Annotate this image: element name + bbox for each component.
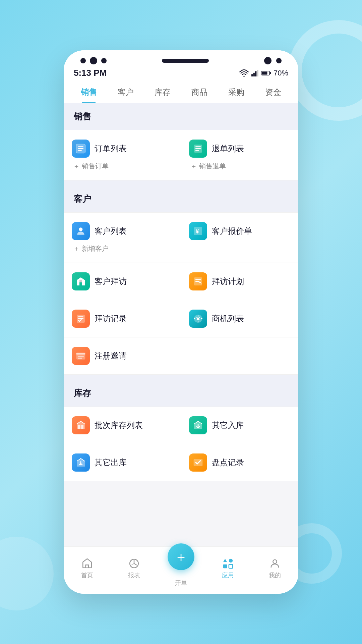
svg-point-38	[229, 559, 233, 562]
svg-point-40	[273, 560, 277, 564]
inventory-record-icon	[189, 453, 207, 472]
batch-inventory-label: 批次库存列表	[95, 420, 143, 431]
nav-app[interactable]: 应用	[204, 558, 251, 579]
nav-app-label: 应用	[222, 571, 234, 579]
register-invite-label: 注册邀请	[95, 351, 127, 361]
svg-rect-29	[76, 353, 85, 355]
nav-create[interactable]: ＋ 开单	[158, 550, 204, 587]
app-icon	[222, 558, 234, 569]
order-list-action: ＋ 销售订单	[72, 162, 173, 171]
svg-rect-2	[253, 72, 254, 76]
opportunity-list-top: 商机列表	[189, 310, 290, 328]
svg-rect-4	[257, 70, 258, 76]
customer-visit-top: 客户拜访	[72, 272, 173, 290]
visit-record-item[interactable]: 拜访记录	[64, 300, 181, 337]
phone-frame: 5:13 PM 70%	[64, 50, 298, 594]
customer-quote-item[interactable]: ¥ 客户报价单	[181, 213, 298, 263]
tab-finance[interactable]: 资金	[255, 82, 292, 103]
battery-percent: 70%	[274, 69, 288, 77]
register-invite-item[interactable]: 注册邀请	[64, 337, 181, 375]
svg-text:¥: ¥	[196, 229, 199, 234]
customer-visit-label: 客户拜访	[95, 276, 127, 287]
nav-home[interactable]: 首页	[64, 558, 111, 579]
order-list-top: 订单列表	[72, 140, 173, 158]
visit-plan-label: 拜访计划	[212, 276, 244, 287]
svg-rect-7	[262, 71, 267, 74]
nav-home-label: 首页	[81, 571, 93, 579]
inventory-grid: 批次库存列表 其它入库	[64, 407, 298, 481]
section-title-customer: 客户	[74, 194, 91, 204]
tab-goods[interactable]: 商品	[181, 82, 218, 103]
return-list-top: 退单列表	[189, 140, 290, 158]
other-inbound-item[interactable]: 其它入库	[181, 407, 298, 444]
tab-purchase[interactable]: 采购	[218, 82, 255, 103]
customer-visit-item[interactable]: 客户拜访	[64, 263, 181, 300]
bg-decoration-2	[0, 537, 54, 610]
customer-visit-icon	[72, 272, 90, 290]
order-list-label: 订单列表	[95, 143, 127, 154]
home-icon	[81, 558, 93, 569]
inventory-record-item[interactable]: 盘点记录	[181, 444, 298, 481]
dot-r1	[264, 57, 272, 64]
dot-camera	[90, 57, 97, 64]
nav-profile-label: 我的	[269, 571, 281, 579]
section-title-sales: 销售	[74, 111, 91, 121]
dot-3	[101, 58, 107, 63]
other-inbound-label: 其它入库	[212, 420, 244, 431]
return-list-icon	[189, 140, 207, 158]
other-inbound-top: 其它入库	[189, 416, 290, 434]
other-outbound-label: 其它出库	[95, 457, 127, 468]
nav-tabs: 销售 客户 库存 商品 采购 资金	[64, 82, 298, 103]
visit-record-top: 拜访记录	[72, 310, 173, 328]
svg-rect-6	[270, 72, 271, 74]
opportunity-list-label: 商机列表	[212, 313, 244, 324]
batch-inventory-item[interactable]: 批次库存列表	[64, 407, 181, 444]
customer-quote-top: ¥ 客户报价单	[189, 222, 290, 240]
register-invite-icon	[72, 347, 90, 365]
svg-point-17	[79, 227, 83, 231]
order-list-item[interactable]: 订单列表 ＋ 销售订单	[64, 130, 181, 180]
phone-camera-bar	[64, 50, 298, 68]
nav-profile[interactable]: 我的	[251, 558, 298, 579]
customer-list-action: ＋ 新增客户	[72, 244, 173, 253]
svg-point-0	[243, 75, 245, 76]
nav-reports-label: 报表	[128, 571, 140, 579]
plus-icon-2: ＋	[190, 162, 197, 171]
fab-plus-icon: ＋	[174, 550, 188, 564]
bg-decoration-1	[288, 20, 362, 121]
other-inbound-icon	[189, 416, 207, 434]
customer-list-item[interactable]: 客户列表 ＋ 新增客户	[64, 213, 181, 263]
phone-notch	[162, 59, 209, 63]
tab-customer[interactable]: 客户	[107, 82, 144, 103]
other-outbound-item[interactable]: 其它出库	[64, 444, 181, 481]
tab-inventory[interactable]: 库存	[144, 82, 181, 103]
svg-rect-39	[229, 565, 233, 568]
nav-create-label: 开单	[175, 579, 187, 587]
visit-plan-item[interactable]: 拜访计划	[181, 263, 298, 300]
svg-rect-1	[251, 74, 253, 76]
other-outbound-icon	[72, 453, 90, 472]
status-time: 5:13 PM	[74, 68, 107, 78]
svg-rect-33	[81, 425, 83, 429]
spacer-1	[64, 180, 298, 186]
inventory-record-label: 盘点记录	[212, 457, 244, 468]
opportunity-list-icon	[189, 310, 207, 328]
return-list-item[interactable]: 退单列表 ＋ 销售退单	[181, 130, 298, 180]
visit-plan-top: 拜访计划	[189, 272, 290, 290]
tab-sales[interactable]: 销售	[70, 82, 107, 103]
plus-icon: ＋	[73, 162, 80, 171]
battery-icon	[261, 70, 271, 76]
register-invite-top: 注册邀请	[72, 347, 173, 365]
customer-quote-icon: ¥	[189, 222, 207, 240]
nav-reports[interactable]: 报表	[111, 558, 158, 579]
svg-rect-3	[255, 71, 256, 76]
wifi-icon	[239, 69, 249, 77]
create-fab[interactable]: ＋	[168, 543, 194, 570]
visit-record-icon	[72, 310, 90, 328]
return-list-action: ＋ 销售退单	[189, 162, 290, 171]
opportunity-list-item[interactable]: 商机列表	[181, 300, 298, 337]
svg-rect-32	[78, 425, 80, 429]
visit-record-label: 拜访记录	[95, 313, 127, 324]
section-header-sales: 销售	[64, 103, 298, 130]
sales-grid: 订单列表 ＋ 销售订单	[64, 130, 298, 180]
